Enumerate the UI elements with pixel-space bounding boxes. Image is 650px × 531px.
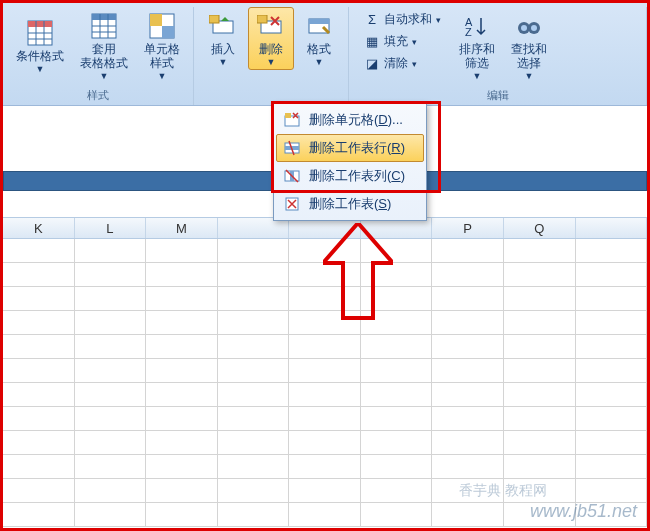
conditional-format-button[interactable]: 条件格式 ▼ [9, 7, 71, 84]
cell[interactable] [432, 287, 504, 310]
menu-delete-cells[interactable]: 删除单元格(D)... [276, 106, 424, 134]
cell[interactable] [432, 359, 504, 382]
cell[interactable] [361, 383, 433, 406]
cell[interactable] [3, 263, 75, 286]
cell[interactable] [289, 479, 361, 502]
cell[interactable] [3, 359, 75, 382]
autosum-button[interactable]: Σ自动求和▾ [359, 9, 446, 30]
table-row[interactable] [3, 239, 647, 263]
table-row[interactable] [3, 311, 647, 335]
sort-filter-button[interactable]: AZ 排序和 筛选 ▼ [452, 7, 502, 84]
cell[interactable] [289, 239, 361, 262]
cell[interactable] [218, 263, 290, 286]
cell-style-button[interactable]: 单元格 样式 ▼ [137, 7, 187, 84]
cell[interactable] [361, 311, 433, 334]
cell[interactable] [576, 455, 648, 478]
cell[interactable] [361, 287, 433, 310]
cell[interactable] [361, 431, 433, 454]
cell[interactable] [3, 431, 75, 454]
cell[interactable] [3, 407, 75, 430]
table-format-button[interactable]: 套用 表格格式 ▼ [73, 7, 135, 84]
cell[interactable] [504, 455, 576, 478]
find-select-button[interactable]: 查找和 选择 ▼ [504, 7, 554, 84]
col-header[interactable]: L [75, 218, 147, 238]
cell[interactable] [146, 359, 218, 382]
cell[interactable] [361, 455, 433, 478]
cell[interactable] [75, 287, 147, 310]
cell[interactable] [504, 311, 576, 334]
grid[interactable] [3, 239, 647, 528]
cell[interactable] [289, 335, 361, 358]
cell[interactable] [218, 287, 290, 310]
cell[interactable] [218, 479, 290, 502]
fill-button[interactable]: ▦填充▾ [359, 31, 446, 52]
delete-button[interactable]: 删除 ▼ [248, 7, 294, 70]
cell[interactable] [361, 263, 433, 286]
col-header[interactable]: M [146, 218, 218, 238]
cell[interactable] [576, 263, 648, 286]
table-row[interactable] [3, 455, 647, 479]
cell[interactable] [576, 287, 648, 310]
cell[interactable] [432, 383, 504, 406]
cell[interactable] [146, 239, 218, 262]
cell[interactable] [218, 335, 290, 358]
cell[interactable] [361, 407, 433, 430]
cell[interactable] [576, 239, 648, 262]
cell[interactable] [504, 359, 576, 382]
cell[interactable] [75, 431, 147, 454]
col-header[interactable] [361, 218, 433, 238]
cell[interactable] [3, 479, 75, 502]
cell[interactable] [289, 311, 361, 334]
table-row[interactable] [3, 383, 647, 407]
cell[interactable] [576, 479, 648, 502]
table-row[interactable] [3, 431, 647, 455]
cell[interactable] [432, 455, 504, 478]
cell[interactable] [218, 407, 290, 430]
cell[interactable] [504, 335, 576, 358]
cell[interactable] [432, 407, 504, 430]
cell[interactable] [146, 407, 218, 430]
cell[interactable] [75, 335, 147, 358]
cell[interactable] [75, 503, 147, 526]
cell[interactable] [432, 263, 504, 286]
cell[interactable] [432, 311, 504, 334]
col-header[interactable] [576, 218, 648, 238]
col-header[interactable] [289, 218, 361, 238]
cell[interactable] [146, 503, 218, 526]
cell[interactable] [146, 383, 218, 406]
table-row[interactable] [3, 287, 647, 311]
cell[interactable] [75, 239, 147, 262]
col-header[interactable]: P [432, 218, 504, 238]
cell[interactable] [576, 359, 648, 382]
cell[interactable] [432, 431, 504, 454]
cell[interactable] [75, 359, 147, 382]
cell[interactable] [289, 383, 361, 406]
cell[interactable] [75, 311, 147, 334]
cell[interactable] [146, 287, 218, 310]
cell[interactable] [361, 503, 433, 526]
table-row[interactable] [3, 359, 647, 383]
col-header[interactable]: K [3, 218, 75, 238]
cell[interactable] [218, 455, 290, 478]
cell[interactable] [218, 239, 290, 262]
clear-button[interactable]: ◪清除▾ [359, 53, 446, 74]
cell[interactable] [361, 479, 433, 502]
cell[interactable] [3, 335, 75, 358]
worksheet[interactable]: KLMPQ [3, 171, 647, 528]
cell[interactable] [504, 407, 576, 430]
cell[interactable] [3, 311, 75, 334]
cell[interactable] [289, 287, 361, 310]
cell[interactable] [289, 263, 361, 286]
col-header[interactable] [218, 218, 290, 238]
cell[interactable] [576, 335, 648, 358]
cell[interactable] [218, 311, 290, 334]
table-row[interactable] [3, 263, 647, 287]
cell[interactable] [289, 407, 361, 430]
cell[interactable] [218, 431, 290, 454]
cell[interactable] [218, 503, 290, 526]
cell[interactable] [361, 359, 433, 382]
cell[interactable] [576, 383, 648, 406]
cell[interactable] [146, 455, 218, 478]
table-row[interactable] [3, 479, 647, 503]
cell[interactable] [146, 335, 218, 358]
